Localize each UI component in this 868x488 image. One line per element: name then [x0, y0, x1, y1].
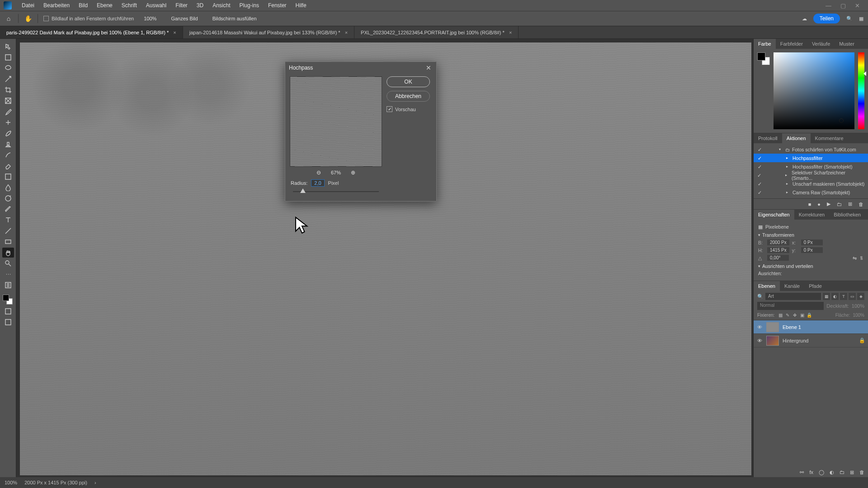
lock-trans-icon[interactable]: ▦ [777, 312, 783, 318]
mask-icon[interactable]: ◯ [819, 469, 824, 475]
eraser-tool[interactable] [2, 161, 14, 171]
tab-farbfelder[interactable]: Farbfelder [776, 39, 807, 49]
visibility-icon[interactable]: 👁 [756, 324, 763, 330]
filter-shape-icon[interactable]: ▭ [849, 293, 856, 300]
fg-bg-swatches[interactable] [757, 52, 770, 65]
visibility-icon[interactable]: 👁 [756, 338, 763, 343]
filter-preview[interactable] [290, 76, 382, 167]
workspace-icon[interactable]: ▦ [859, 16, 863, 22]
fill-value[interactable]: 100% [853, 313, 864, 318]
height-value[interactable]: 1415 Px [767, 247, 789, 253]
menu-schrift[interactable]: Schrift [117, 0, 142, 10]
heal-tool[interactable] [2, 117, 14, 127]
action-row[interactable]: ✓▾🗀 Fotos schärfen von TutKit.com [754, 145, 868, 154]
new-set-icon[interactable]: 🗀 [837, 202, 842, 207]
menu-3d[interactable]: 3D [192, 0, 208, 10]
hand-tool-icon[interactable]: ✋ [24, 15, 32, 22]
align-header[interactable]: Ausrichten und verteilen [762, 263, 813, 269]
tab-protokoll[interactable]: Protokoll [754, 133, 782, 143]
delete-layer-icon[interactable]: 🗑 [859, 469, 864, 475]
crop-tool[interactable] [2, 85, 14, 95]
play-icon[interactable]: ▶ [827, 201, 830, 207]
zoom-100-button[interactable]: 100% [139, 15, 161, 22]
check-icon[interactable]: ✓ [756, 173, 763, 178]
marquee-tool[interactable] [2, 52, 14, 62]
hand-tool[interactable] [2, 248, 14, 258]
tab-pfade[interactable]: Pfade [804, 281, 826, 291]
menu-ebene[interactable]: Ebene [92, 0, 117, 10]
eyedropper-tool[interactable] [2, 107, 14, 117]
frame-tool[interactable] [2, 96, 14, 106]
close-icon[interactable]: ✕ [425, 64, 433, 71]
y-value[interactable]: 0 Px [801, 247, 823, 253]
layer-row[interactable]: 👁 Hintergrund🔒 [754, 334, 868, 347]
check-icon[interactable]: ✓ [756, 181, 763, 187]
close-icon[interactable]: × [345, 30, 348, 35]
document-tab[interactable]: PXL_20230422_122623454.PORTRAIT.jpg bei … [354, 26, 519, 38]
menu-fenster[interactable]: Fenster [264, 0, 291, 10]
action-row[interactable]: ✓▸Camera Raw (Smartobjekt) [754, 188, 868, 197]
brush-tool[interactable] [2, 128, 14, 138]
flip-v-icon[interactable]: ⥮ [859, 255, 863, 261]
stop-icon[interactable]: ■ [808, 202, 811, 207]
group-icon[interactable]: 🗀 [840, 469, 844, 475]
action-row[interactable]: ✓▸Selektiver Scharfzeichner (Smarto... [754, 171, 868, 179]
fit-screen-button[interactable]: Ganzes Bild [166, 15, 202, 22]
fg-bg-swatches[interactable] [3, 295, 14, 305]
zoom-out-icon[interactable]: ⊖ [316, 169, 321, 176]
filter-kind-select[interactable]: Art [765, 293, 821, 300]
flip-h-icon[interactable]: ⇋ [853, 255, 857, 261]
transform-header[interactable]: Transformieren [762, 232, 794, 238]
action-row[interactable]: ✓▸Hochpassfilter [754, 154, 868, 162]
menu-auswahl[interactable]: Auswahl [142, 0, 171, 10]
close-icon[interactable]: × [509, 30, 512, 35]
check-icon[interactable]: ✓ [756, 190, 763, 195]
scroll-all-checkbox[interactable]: Bildlauf in allen Fenstern durchführen [43, 16, 134, 21]
wand-tool[interactable] [2, 74, 14, 84]
lock-nest-icon[interactable]: ▣ [799, 312, 805, 318]
zoom-tool[interactable] [2, 258, 14, 268]
home-icon[interactable]: ⌂ [5, 15, 13, 22]
status-zoom[interactable]: 100% [5, 480, 17, 485]
maximize-icon[interactable]: ▢ [840, 2, 846, 9]
lock-paint-icon[interactable]: ✎ [784, 312, 791, 318]
gradient-tool[interactable] [2, 172, 14, 182]
menu-hilfe[interactable]: Hilfe [291, 0, 311, 10]
ok-button[interactable]: OK [387, 76, 430, 87]
cancel-button[interactable]: Abbrechen [387, 91, 430, 102]
check-icon[interactable]: ✓ [756, 155, 763, 161]
history-brush-tool[interactable] [2, 150, 14, 160]
new-action-icon[interactable]: ⊞ [848, 201, 852, 207]
pen-tool[interactable] [2, 204, 14, 214]
tab-kanäle[interactable]: Kanäle [780, 281, 804, 291]
more-tool[interactable] [2, 269, 14, 279]
menu-bild[interactable]: Bild [74, 0, 92, 10]
filter-type-icon[interactable]: T [840, 293, 847, 300]
trash-icon[interactable]: 🗑 [859, 202, 863, 207]
zoom-in-icon[interactable]: ⊕ [351, 169, 355, 176]
stamp-tool[interactable] [2, 139, 14, 149]
blur-tool[interactable] [2, 183, 14, 192]
new-layer-icon[interactable]: ⊞ [850, 469, 854, 475]
menu-bearbeiten[interactable]: Bearbeiten [39, 0, 74, 10]
layer-thumbnail[interactable] [766, 322, 779, 332]
filter-smart-icon[interactable]: ◈ [857, 293, 864, 300]
width-value[interactable]: 2000 Px [767, 239, 789, 245]
tab-bibliotheken[interactable]: Bibliotheken [829, 210, 865, 220]
edit-toolbar[interactable] [2, 280, 14, 290]
screenmode-icon[interactable] [2, 317, 14, 327]
dialog-titlebar[interactable]: Hochpass ✕ [285, 62, 436, 74]
close-icon[interactable]: ✕ [855, 2, 860, 9]
disclosure-icon[interactable]: ▾ [779, 147, 783, 151]
document-tab[interactable]: japan-2014618 Masashi Wakui auf Pixabay.… [183, 26, 354, 38]
action-row[interactable]: ✓▸Unscharf maskieren (Smartobjekt) [754, 179, 868, 188]
x-value[interactable]: 0 Px [801, 239, 823, 245]
minimize-icon[interactable]: — [826, 2, 831, 9]
close-icon[interactable]: × [173, 30, 176, 35]
status-chevron-icon[interactable]: › [94, 480, 96, 485]
menu-filter[interactable]: Filter [171, 0, 192, 10]
disclosure-icon[interactable]: ▸ [786, 164, 791, 169]
lock-pos-icon[interactable]: ✥ [792, 312, 798, 318]
quickmask-icon[interactable] [2, 306, 14, 316]
tab-eigenschaften[interactable]: Eigenschaften [754, 210, 794, 220]
